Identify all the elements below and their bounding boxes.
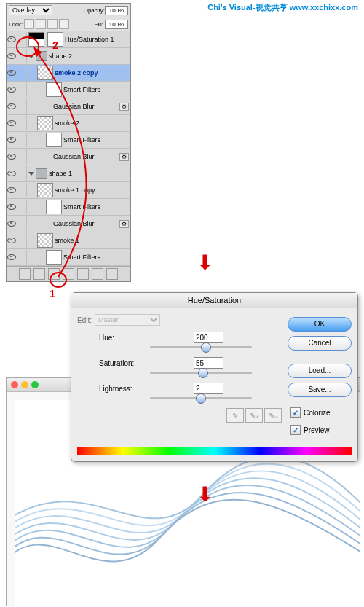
delete-layer-button[interactable]: [106, 268, 118, 280]
hue-slider[interactable]: [150, 346, 252, 348]
layer-smoke-1-copy[interactable]: smoke 1 copy: [7, 182, 130, 199]
close-window-icon[interactable]: [11, 381, 18, 388]
edit-select[interactable]: Master: [95, 314, 160, 326]
lock-all-icon[interactable]: [59, 19, 69, 29]
visibility-toggle[interactable]: [7, 183, 17, 197]
disclosure-triangle-icon[interactable]: [28, 55, 34, 58]
visibility-toggle[interactable]: [7, 166, 17, 181]
lock-transparent-icon[interactable]: [24, 19, 34, 29]
eye-icon: [7, 254, 16, 260]
visibility-toggle[interactable]: [7, 216, 17, 231]
preview-checkbox[interactable]: ✓: [290, 425, 301, 435]
ok-button[interactable]: OK: [288, 317, 352, 332]
visibility-toggle[interactable]: [7, 49, 17, 63]
slider-thumb-icon[interactable]: [196, 393, 206, 404]
group-shape-1[interactable]: shape 1: [7, 165, 130, 182]
layer-smoke-1[interactable]: smoke 1: [7, 232, 130, 249]
visibility-toggle[interactable]: [7, 116, 17, 130]
visibility-toggle[interactable]: [7, 149, 17, 164]
opacity-value[interactable]: 100%: [105, 6, 128, 15]
opacity-label: Opacity:: [84, 7, 105, 14]
lock-position-icon[interactable]: [47, 19, 58, 29]
layer-mask-button[interactable]: [48, 268, 60, 280]
eye-icon: [7, 120, 16, 126]
lock-image-icon[interactable]: [36, 19, 46, 29]
slider-thumb-icon[interactable]: [201, 342, 211, 353]
eye-icon: [7, 221, 16, 227]
group-shape-2[interactable]: shape 2: [7, 48, 130, 65]
minimize-window-icon[interactable]: [21, 381, 28, 388]
group-label: shape 2: [49, 52, 72, 60]
smart-filters-row[interactable]: Smart Filters: [7, 199, 130, 216]
save-button[interactable]: Save...: [288, 383, 352, 397]
new-group-button[interactable]: [77, 268, 89, 280]
visibility-toggle[interactable]: [7, 200, 17, 214]
filter-gaussian-blur[interactable]: Gaussian Blur ⚙: [7, 98, 130, 115]
layer-style-button[interactable]: [33, 268, 45, 280]
visibility-toggle[interactable]: [7, 32, 17, 47]
eyedropper-subtract-button[interactable]: ✎₋: [264, 408, 282, 423]
layer-smoke-2[interactable]: smoke 2: [7, 115, 130, 132]
smart-filters-row[interactable]: Smart Filters: [7, 82, 130, 98]
edit-label: Edit:: [77, 316, 92, 324]
eye-icon: [7, 53, 16, 59]
colorize-checkbox[interactable]: ✓: [290, 407, 301, 418]
filter-mask-thumb: [46, 200, 62, 214]
layer-label: smoke 1: [55, 237, 79, 244]
layer-thumb: [37, 66, 53, 80]
zoom-window-icon[interactable]: [31, 381, 39, 388]
eye-icon: [7, 154, 16, 160]
visibility-toggle[interactable]: [7, 82, 17, 97]
annotation-number-1: 1: [50, 288, 55, 299]
load-button[interactable]: Load...: [288, 364, 352, 378]
visibility-toggle[interactable]: [7, 250, 17, 265]
link-layers-button[interactable]: [19, 268, 31, 280]
layers-panel: Overlay Opacity: 100% Lock: Fill: 100% H…: [6, 3, 131, 282]
lightness-input[interactable]: [194, 383, 223, 394]
filter-gaussian-blur[interactable]: Gaussian Blur ⚙: [7, 216, 130, 232]
new-layer-button[interactable]: [92, 268, 103, 280]
adjustment-thumb: [28, 32, 44, 47]
visibility-toggle[interactable]: [7, 66, 17, 80]
smart-filters-label: Smart Filters: [63, 254, 100, 261]
saturation-input[interactable]: [194, 357, 223, 369]
lock-label: Lock:: [9, 21, 23, 28]
hue-input[interactable]: [194, 332, 223, 343]
smart-filters-label: Smart Filters: [63, 86, 100, 93]
layer-thumb: [37, 233, 53, 248]
filter-options-icon[interactable]: ⚙: [119, 153, 129, 161]
eye-icon: [7, 70, 16, 76]
filter-options-icon[interactable]: ⚙: [119, 220, 129, 228]
blend-mode-select[interactable]: Overlay: [9, 5, 52, 15]
colorize-label: Colorize: [304, 409, 331, 417]
smart-filters-label: Smart Filters: [63, 203, 100, 211]
visibility-toggle[interactable]: [7, 133, 17, 147]
visibility-toggle[interactable]: [7, 233, 17, 248]
filter-gaussian-blur[interactable]: Gaussian Blur ⚙: [7, 149, 130, 165]
panel-footer: [7, 266, 130, 281]
filter-options-icon[interactable]: ⚙: [119, 103, 129, 111]
folder-icon: [36, 51, 47, 61]
filter-label: Gaussian Blur: [53, 153, 95, 160]
eye-icon: [7, 36, 16, 42]
group-label: shape 1: [49, 170, 72, 177]
layer-smoke-2-copy[interactable]: smoke 2 copy: [7, 65, 130, 82]
disclosure-triangle-icon[interactable]: [28, 172, 34, 176]
adjustment-layer-button[interactable]: [63, 268, 74, 280]
visibility-toggle[interactable]: [7, 99, 17, 114]
lightness-slider[interactable]: [150, 397, 252, 399]
folder-icon: [36, 168, 47, 179]
smart-filters-row[interactable]: Smart Filters: [7, 132, 130, 149]
saturation-slider[interactable]: [150, 372, 252, 374]
cancel-button[interactable]: Cancel: [288, 336, 352, 351]
eyedropper-button[interactable]: ✎: [226, 408, 244, 423]
smart-filters-row[interactable]: Smart Filters: [7, 249, 130, 266]
filter-label: Gaussian Blur: [53, 220, 95, 227]
layer-thumb: [37, 116, 53, 130]
layer-thumb: [37, 183, 53, 197]
eye-icon: [7, 87, 16, 93]
layer-hue-saturation[interactable]: Hue/Saturation 1: [7, 31, 130, 48]
slider-thumb-icon[interactable]: [198, 368, 208, 378]
fill-value[interactable]: 100%: [105, 20, 128, 29]
eyedropper-add-button[interactable]: ✎₊: [245, 408, 263, 423]
